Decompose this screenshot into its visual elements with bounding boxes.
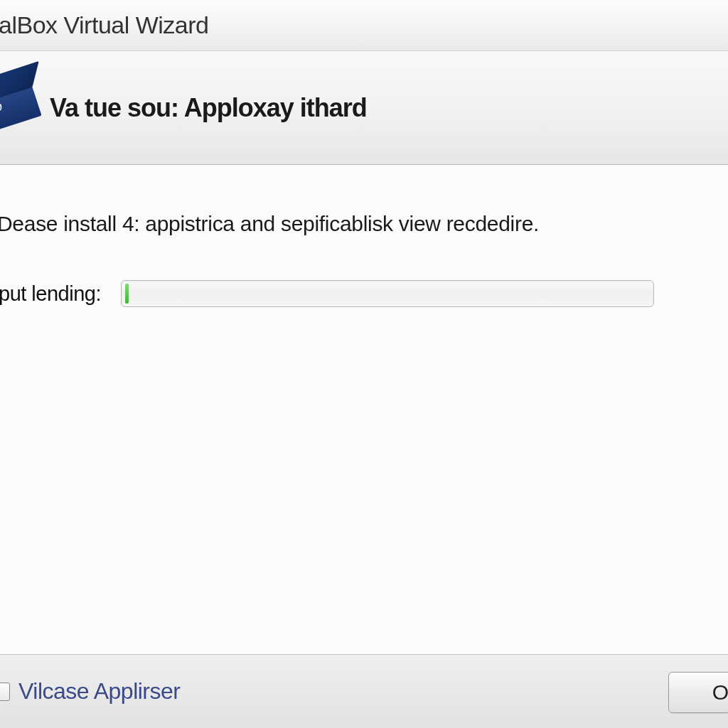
footer-checkbox[interactable] — [0, 682, 10, 701]
progress-label: put lending: — [0, 282, 101, 306]
progress-bar — [121, 280, 654, 307]
progress-fill — [125, 284, 129, 304]
progress-row: put lending: — [0, 280, 728, 307]
wizard-content: Dease install 4: appistrica and sepifica… — [0, 165, 728, 654]
product-box-icon: .no — [0, 63, 50, 129]
step-heading: Va tue sou: Apploxay ithard — [50, 93, 367, 123]
ok-button[interactable]: O — [668, 672, 728, 713]
footer-link[interactable]: Vilcase Applirser — [18, 678, 180, 705]
wizard-header: .no Va tue sou: Apploxay ithard — [0, 51, 728, 165]
titlebar[interactable]: alBox Virtual Wizard — [0, 0, 728, 51]
ok-button-label: O — [712, 680, 728, 705]
window-title: alBox Virtual Wizard — [0, 11, 209, 39]
wizard-footer: Vilcase Applirser O — [0, 654, 728, 728]
step-description: Dease install 4: appistrica and sepifica… — [0, 212, 728, 236]
wizard-window: alBox Virtual Wizard .no Va tue sou: App… — [0, 0, 728, 728]
